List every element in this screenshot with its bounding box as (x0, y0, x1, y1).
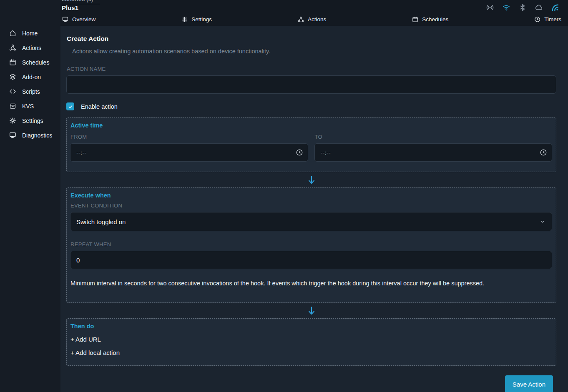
from-label: FROM (70, 134, 308, 140)
repeat-when-label: REPEAT WHEN (70, 241, 552, 247)
code-icon (9, 87, 17, 95)
down-arrow-icon (306, 175, 317, 187)
monitor-icon (62, 16, 69, 23)
gear-icon (9, 117, 17, 125)
bluetooth-icon (518, 3, 527, 12)
save-action-button[interactable]: Save Action (505, 375, 553, 392)
tab-actions[interactable]: Actions (297, 16, 326, 23)
archive-icon (9, 102, 17, 110)
event-condition-select[interactable]: Switch toggled on (70, 212, 552, 231)
calendar-icon (9, 58, 17, 66)
tab-label: Overview (72, 16, 96, 22)
monitor-icon (9, 131, 17, 139)
sidebar-item-scripts[interactable]: Scripts (0, 84, 60, 99)
check-icon (68, 104, 73, 110)
active-time-panel: Active time FROM TO (66, 117, 556, 172)
sidebar-item-settings[interactable]: Settings (0, 113, 60, 128)
sidebar-item-kvs[interactable]: KVS (0, 99, 60, 113)
add-local-action-button[interactable]: + Add local action (70, 349, 120, 356)
clock-icon (539, 148, 548, 157)
enable-action-row: Enable action (66, 102, 556, 110)
event-condition-value: Switch toggled on (76, 218, 126, 225)
actions-icon (9, 44, 17, 52)
action-name-label: ACTION NAME (67, 66, 556, 72)
tab-label: Timers (544, 16, 561, 22)
sidebar-item-label: Schedules (22, 59, 49, 66)
clock-icon (295, 148, 304, 157)
mqtt-icon (550, 3, 560, 12)
then-do-panel: Then do + Add URL + Add local action (66, 318, 556, 366)
execute-when-title: Execute when (70, 192, 552, 199)
tab-label: Actions (308, 16, 326, 22)
enable-action-checkbox[interactable] (66, 102, 74, 110)
sidebar-item-label: Home (22, 30, 38, 37)
to-time-input[interactable] (314, 143, 553, 162)
sidebar-item-label: KVS (22, 103, 34, 110)
action-name-input[interactable] (66, 75, 556, 94)
save-row: Save Action (66, 375, 556, 392)
repeat-when-input[interactable] (70, 251, 552, 269)
from-time-picker-button[interactable] (295, 148, 304, 157)
add-url-button[interactable]: + Add URL (70, 336, 101, 343)
flow-arrow (66, 175, 556, 187)
from-time-input[interactable] (70, 143, 308, 162)
chevron-down-icon (538, 217, 547, 226)
sidebar-item-label: Diagnostics (22, 132, 52, 139)
tab-settings[interactable]: Settings (181, 16, 212, 23)
active-time-title: Active time (70, 122, 552, 129)
sidebar-item-actions[interactable]: Actions (0, 40, 60, 55)
to-label: TO (315, 134, 553, 140)
sidebar: Home Actions Schedules Add-on Scripts KV… (0, 0, 60, 392)
wifi-icon (502, 3, 511, 12)
to-time-picker-button[interactable] (539, 148, 548, 157)
page-subtitle: Actions allow creating automation scenar… (72, 48, 556, 55)
execute-when-panel: Execute when EVENT CONDITION Switch togg… (66, 187, 556, 303)
tab-schedules[interactable]: Schedules (412, 16, 448, 23)
device-group-label[interactable]: Landroid (0) (61, 0, 100, 4)
enable-action-label: Enable action (81, 103, 118, 110)
status-icons (485, 3, 560, 12)
sidebar-item-label: Add-on (22, 74, 41, 80)
sidebar-item-schedules[interactable]: Schedules (0, 55, 60, 70)
app-root: Home Actions Schedules Add-on Scripts KV… (0, 0, 568, 392)
then-do-title: Then do (70, 323, 552, 330)
clock-icon (534, 16, 541, 23)
page-title: Create Action (67, 35, 556, 42)
main-column: Landroid (0) Plus1 Overview Settings (60, 0, 568, 392)
device-name: Plus1 (62, 4, 78, 11)
tab-label: Settings (191, 16, 212, 22)
repeat-when-helper-text: Minimum interval in seconds for two cons… (70, 280, 552, 287)
calendar-icon (412, 16, 419, 23)
create-action-page: Create Action Actions allow creating aut… (60, 26, 568, 392)
flow-arrow (66, 306, 556, 317)
down-arrow-icon (306, 306, 317, 317)
actions-icon (297, 16, 304, 23)
sidebar-item-label: Scripts (22, 88, 40, 95)
tab-overview[interactable]: Overview (62, 16, 96, 23)
cloud-icon (534, 3, 543, 12)
sliders-icon (181, 16, 188, 23)
sidebar-item-label: Settings (22, 117, 43, 124)
layers-icon (9, 73, 17, 81)
topbar: Landroid (0) Plus1 Overview Settings (60, 0, 568, 26)
tab-timers[interactable]: Timers (534, 16, 561, 23)
access-point-icon (485, 3, 495, 12)
sidebar-item-diagnostics[interactable]: Diagnostics (0, 128, 60, 142)
tab-label: Schedules (422, 16, 448, 22)
event-condition-label: EVENT CONDITION (70, 202, 552, 209)
tab-bar: Overview Settings Actions Schedules Time… (62, 16, 561, 23)
sidebar-item-addon[interactable]: Add-on (0, 70, 60, 84)
sidebar-item-home[interactable]: Home (0, 26, 60, 40)
sidebar-item-label: Actions (22, 45, 41, 51)
home-icon (9, 29, 17, 37)
